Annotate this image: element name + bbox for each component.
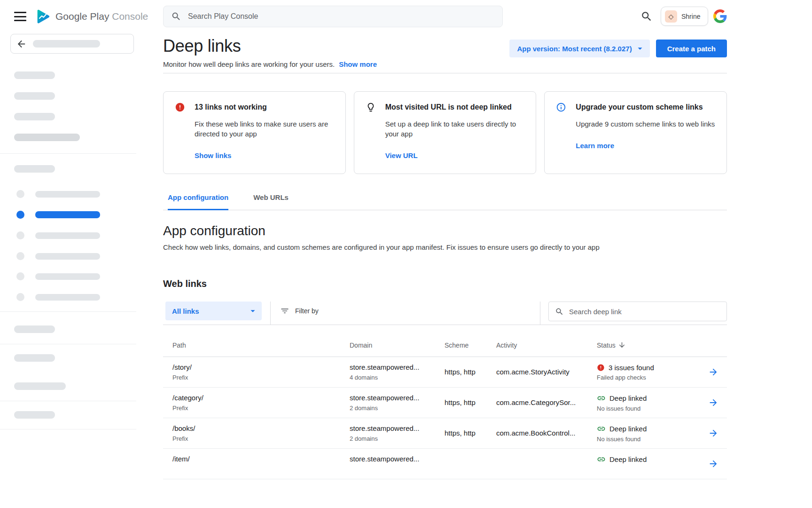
status-value: Deep linked (609, 394, 647, 402)
path-value: /story/ (172, 363, 350, 372)
sidebar-skeleton-bar (35, 191, 100, 198)
sidebar-divider (0, 311, 136, 312)
sidebar-skeleton-bar (35, 294, 100, 301)
tab-app-configuration[interactable]: App configuration (168, 193, 228, 210)
arrow-forward-icon (708, 367, 718, 377)
app-switcher-label: Shrine (681, 13, 700, 20)
sidebar-nav-item[interactable] (16, 272, 100, 280)
sidebar-skeleton-bar (35, 211, 100, 218)
link-icon (597, 455, 606, 464)
sidebar-skeleton-bar (33, 40, 100, 48)
lightbulb-icon (366, 102, 376, 112)
card-links-not-working: 13 links not working Fix these web links… (163, 91, 346, 174)
search-icon-button[interactable] (640, 10, 653, 23)
sidebar-nav-item[interactable] (16, 190, 100, 198)
sidebar-nav-item[interactable] (16, 252, 100, 260)
domain-count: 2 domains (350, 435, 445, 442)
sidebar-nav-item-active[interactable] (16, 211, 100, 219)
status-detail: Failed app checks (597, 374, 707, 381)
sidebar-skeleton-bar (14, 411, 55, 419)
table-row[interactable]: /books/ Prefix store.steampowered... 2 d… (163, 418, 727, 449)
sidebar-skeleton-bar (14, 134, 80, 141)
menu-icon[interactable] (14, 12, 26, 21)
filter-bar: All links Filter by (163, 302, 727, 325)
column-header-domain[interactable]: Domain (350, 341, 445, 349)
show-links-link[interactable]: Show links (195, 151, 231, 159)
scheme-value: https, http (445, 368, 496, 376)
global-search[interactable] (163, 6, 503, 27)
header-divider (163, 73, 727, 73)
nav-bullet-icon (16, 272, 24, 280)
links-filter-dropdown[interactable]: All links (165, 302, 262, 320)
sidebar-skeleton-bar (14, 382, 66, 390)
card-most-visited-url: Most visited URL is not deep linked Set … (354, 91, 537, 174)
sidebar-divider (0, 401, 136, 401)
table-row[interactable]: /category/ Prefix store.steampowered... … (163, 388, 727, 418)
open-row-arrow[interactable] (707, 458, 719, 470)
arrow-forward-icon (708, 428, 718, 438)
card-title: 13 links not working (195, 103, 267, 111)
google-account-icon[interactable] (713, 9, 727, 23)
status-value: Deep linked (609, 425, 647, 433)
open-row-arrow[interactable] (707, 427, 719, 439)
activity-value: com.acme.BookControl... (496, 429, 597, 437)
sort-descending-icon[interactable] (618, 341, 626, 349)
open-row-arrow[interactable] (707, 366, 719, 378)
global-search-input[interactable] (188, 12, 495, 21)
card-body: Upgrade 9 custom scheme links to web lin… (576, 119, 715, 129)
insight-cards: 13 links not working Fix these web links… (163, 91, 727, 174)
sidebar-skeleton-bar (35, 232, 100, 239)
path-value: /books/ (172, 424, 350, 433)
open-row-arrow[interactable] (707, 397, 719, 409)
back-arrow-icon[interactable] (16, 39, 27, 49)
sidebar-divider (0, 344, 136, 344)
sidebar-skeleton-bar (14, 354, 55, 362)
search-icon (171, 11, 181, 22)
sidebar-back-box[interactable] (10, 34, 134, 54)
path-type: Prefix (172, 374, 350, 381)
card-upgrade-schemes: Upgrade your custom scheme links Upgrade… (544, 91, 727, 174)
scheme-value: https, http (445, 398, 496, 407)
path-type (172, 466, 350, 473)
sidebar-divider (0, 429, 136, 429)
filter-by-button[interactable]: Filter by (280, 302, 319, 320)
sidebar-nav-item[interactable] (16, 293, 100, 301)
deep-link-search[interactable] (548, 302, 727, 321)
learn-more-link[interactable]: Learn more (576, 142, 614, 150)
sidebar-divider (0, 153, 136, 154)
sidebar (0, 33, 136, 508)
filter-by-label: Filter by (295, 307, 319, 315)
card-body: Fix these web links to make sure users a… (195, 119, 334, 139)
search-icon (640, 10, 653, 23)
link-icon (597, 394, 606, 403)
table-row[interactable]: /story/ Prefix store.steampowered... 4 d… (163, 357, 727, 388)
status-detail (597, 466, 707, 473)
view-url-link[interactable]: View URL (385, 151, 418, 159)
column-header-path[interactable]: Path (172, 341, 350, 349)
app-switcher-chip[interactable]: ◇ Shrine (661, 7, 708, 26)
status-detail: No issues found (597, 436, 707, 443)
sidebar-nav-item[interactable] (16, 231, 100, 239)
app-version-dropdown[interactable]: App version: Most recent (8.2.027) (509, 40, 649, 57)
topbar: Google Play Console ◇ Shrine (0, 0, 812, 33)
sidebar-skeleton-bar (14, 165, 55, 173)
nav-bullet-icon (16, 211, 24, 219)
domain-value: store.steampowered... (350, 455, 445, 463)
column-header-scheme[interactable]: Scheme (445, 341, 496, 349)
tab-web-urls[interactable]: Web URLs (253, 193, 289, 210)
domain-count: 4 domains (350, 374, 445, 381)
section-title: App configuration (163, 222, 727, 239)
info-icon (556, 102, 566, 112)
create-patch-button[interactable]: Create a patch (656, 40, 727, 57)
show-more-link[interactable]: Show more (339, 60, 377, 68)
nav-bullet-icon (16, 252, 24, 260)
play-console-logo: Google Play Console (35, 8, 148, 24)
search-icon (555, 307, 564, 316)
path-type: Prefix (172, 405, 350, 412)
sidebar-skeleton-bar (14, 71, 55, 79)
filter-icon (280, 306, 289, 316)
column-header-status[interactable]: Status (597, 341, 707, 349)
table-row[interactable]: /item/ store.steampowered... Deep linked (163, 449, 727, 479)
deep-link-search-input[interactable] (569, 308, 720, 316)
column-header-activity[interactable]: Activity (496, 341, 597, 349)
